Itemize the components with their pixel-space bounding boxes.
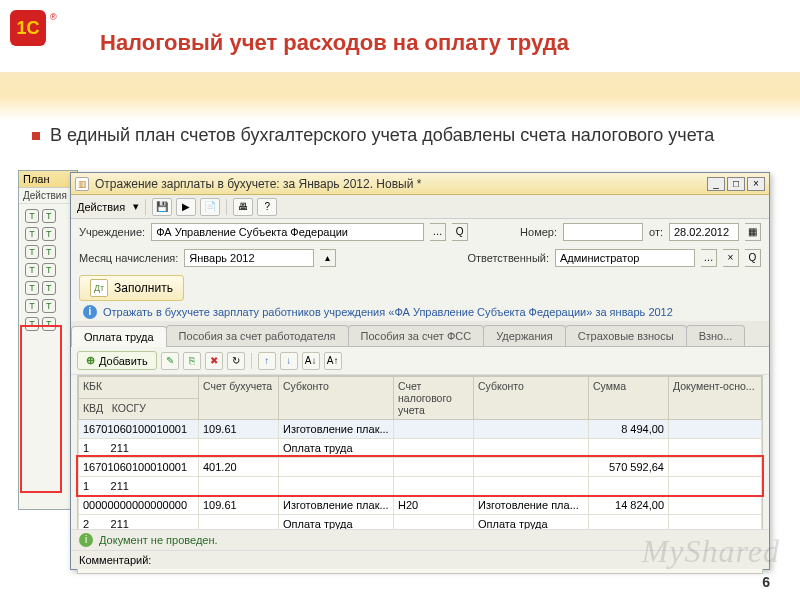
post-icon[interactable]: ▶	[176, 198, 196, 216]
tab-payroll[interactable]: Оплата труда	[71, 326, 167, 347]
fill-icon: Дт	[90, 279, 108, 297]
sort-asc-icon[interactable]: A↓	[302, 352, 320, 370]
account-type-icon: T	[25, 209, 39, 223]
account-type-icon: T	[42, 317, 56, 331]
selected-cell	[394, 420, 474, 439]
document-icon: ▥	[75, 177, 89, 191]
col-sum[interactable]: Сумма	[589, 377, 669, 420]
sort-desc-icon[interactable]: A↑	[324, 352, 342, 370]
account-type-icon: T	[25, 317, 39, 331]
org-label: Учреждение:	[79, 226, 145, 238]
col-account[interactable]: Счет бухучета	[199, 377, 279, 420]
month-field[interactable]: Январь 2012	[184, 249, 314, 267]
window-titlebar[interactable]: ▥ Отражение зарплаты в бухучете: за Янва…	[71, 173, 769, 195]
plus-icon: ⊕	[86, 354, 95, 367]
help-icon[interactable]: ?	[257, 198, 277, 216]
payroll-reflection-window: ▥ Отражение зарплаты в бухучете: за Янва…	[70, 172, 770, 570]
report-icon[interactable]: 📄	[200, 198, 220, 216]
account-type-icon: T	[42, 245, 56, 259]
col-subconto1[interactable]: Субконто	[279, 377, 394, 420]
org-select-button[interactable]: …	[430, 223, 446, 241]
plan-window: План Действия T T T T T T T T T T T T T …	[18, 170, 78, 510]
status-icon: i	[79, 533, 93, 547]
col-tax-account[interactable]: Счет налогового учета	[394, 377, 474, 420]
account-type-icon: T	[25, 245, 39, 259]
col-kvd-kosgu[interactable]: КВД КОСГУ	[79, 398, 199, 420]
close-button[interactable]: ×	[747, 177, 765, 191]
grid-toolbar: ⊕Добавить ✎ ⎘ ✖ ↻ ↑ ↓ A↓ A↑	[71, 347, 769, 375]
col-kbk[interactable]: КБК	[79, 377, 199, 399]
copy-icon[interactable]: ⎘	[183, 352, 201, 370]
logo-1c: 1C®	[10, 10, 60, 60]
add-row-button[interactable]: ⊕Добавить	[77, 351, 157, 370]
number-label: Номер:	[520, 226, 557, 238]
resp-select-button[interactable]: …	[701, 249, 717, 267]
plan-actions-label[interactable]: Действия	[19, 188, 77, 204]
resp-field[interactable]: Администратор	[555, 249, 695, 267]
resp-open-button[interactable]: Q	[745, 249, 761, 267]
move-up-icon[interactable]: ↑	[258, 352, 276, 370]
resp-clear-button[interactable]: ×	[723, 249, 739, 267]
account-type-icon: T	[42, 263, 56, 277]
watermark: MyShared	[642, 533, 780, 570]
date-field[interactable]: 28.02.2012	[669, 223, 739, 241]
account-type-icon: T	[25, 299, 39, 313]
account-type-icon: T	[25, 227, 39, 241]
col-doc[interactable]: Документ-осно...	[669, 377, 762, 420]
org-clear-button[interactable]: Q	[452, 223, 468, 241]
comment-label: Комментарий:	[79, 554, 151, 566]
table-row[interactable]: 00000000000000000109.61Изготовление плак…	[79, 496, 762, 515]
number-field[interactable]	[563, 223, 643, 241]
refresh-icon[interactable]: ↻	[227, 352, 245, 370]
edit-icon[interactable]: ✎	[161, 352, 179, 370]
account-type-icon: T	[42, 281, 56, 295]
bullet-marker-icon	[32, 132, 40, 140]
maximize-button[interactable]: □	[727, 177, 745, 191]
move-down-icon[interactable]: ↓	[280, 352, 298, 370]
slide-title: Налоговый учет расходов на оплату труда	[100, 30, 569, 56]
bullet-1: В единый план счетов бухгалтерского учет…	[32, 125, 752, 146]
minimize-button[interactable]: _	[707, 177, 725, 191]
account-type-icon: T	[42, 227, 56, 241]
plan-window-title: План	[19, 171, 77, 188]
tab-deductions[interactable]: Удержания	[483, 325, 565, 346]
account-type-icon: T	[42, 299, 56, 313]
tab-strip: Оплата труда Пособия за счет работодател…	[71, 321, 769, 347]
delete-icon[interactable]: ✖	[205, 352, 223, 370]
account-type-icon: T	[25, 263, 39, 277]
info-icon: i	[83, 305, 97, 319]
page-number: 6	[762, 574, 770, 590]
account-type-icon: T	[42, 209, 56, 223]
tab-more[interactable]: Взно...	[686, 325, 746, 346]
table-row[interactable]: 16701060100010001109.61Изготовление плак…	[79, 420, 762, 439]
org-field[interactable]: ФА Управление Субъекта Федерации	[151, 223, 424, 241]
table-row[interactable]: 1 211Оплата труда	[79, 439, 762, 458]
print-icon[interactable]: 🖶	[233, 198, 253, 216]
save-icon[interactable]: 💾	[152, 198, 172, 216]
tab-fss-benefits[interactable]: Пособия за счет ФСС	[348, 325, 485, 346]
main-toolbar: Действия▾ 💾 ▶ 📄 🖶 ?	[71, 195, 769, 219]
col-subconto2[interactable]: Субконто	[474, 377, 589, 420]
table-row[interactable]: 1 211	[79, 477, 762, 496]
month-up-button[interactable]: ▴	[320, 249, 336, 267]
resp-label: Ответственный:	[467, 252, 549, 264]
month-label: Месяц начисления:	[79, 252, 178, 264]
window-title: Отражение зарплаты в бухучете: за Январь…	[95, 177, 705, 191]
fill-button[interactable]: Дт Заполнить	[79, 275, 184, 301]
status-text: Документ не проведен.	[99, 534, 218, 546]
actions-menu[interactable]: Действия	[77, 201, 125, 213]
table-row[interactable]: 16701060100010001401.20570 592,64	[79, 458, 762, 477]
date-label: от:	[649, 226, 663, 238]
account-type-icon: T	[25, 281, 39, 295]
info-text: i Отражать в бухучете зарплату работнико…	[83, 305, 673, 319]
tab-insurance[interactable]: Страховые взносы	[565, 325, 687, 346]
tab-employer-benefits[interactable]: Пособия за счет работодателя	[166, 325, 349, 346]
date-picker-button[interactable]: ▦	[745, 223, 761, 241]
